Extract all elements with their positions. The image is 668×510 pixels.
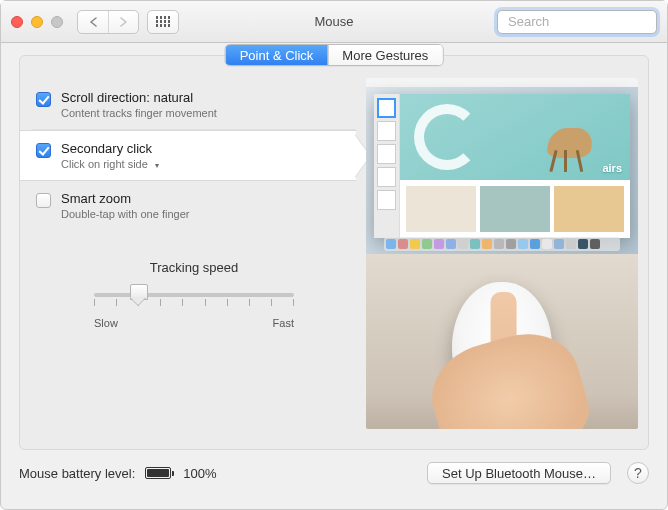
- show-all-button[interactable]: [147, 10, 179, 34]
- tracking-speed-section: Tracking speed Slow Fast: [94, 260, 294, 329]
- battery-percent: 100%: [183, 466, 216, 481]
- slider-knob[interactable]: [130, 284, 146, 304]
- minimize-icon[interactable]: [31, 16, 43, 28]
- tab-bar: Point & Click More Gestures: [225, 44, 444, 66]
- checkbox-scroll-direction[interactable]: [36, 92, 51, 107]
- back-button[interactable]: [78, 11, 108, 33]
- tracking-speed-label: Tracking speed: [94, 260, 294, 275]
- forward-button[interactable]: [108, 11, 138, 33]
- option-subtitle: Content tracks finger movement: [61, 107, 217, 119]
- grid-icon: [156, 16, 171, 27]
- option-subtitle: Click on right side: [61, 158, 148, 170]
- tab-point-and-click[interactable]: Point & Click: [226, 45, 328, 65]
- secondary-click-dropdown[interactable]: Click on right side ▾: [61, 158, 159, 170]
- slider-min-label: Slow: [94, 317, 118, 329]
- footer: Mouse battery level: 100% Set Up Bluetoo…: [1, 450, 667, 496]
- preview-screenshot: airs: [366, 78, 638, 254]
- help-button[interactable]: ?: [627, 462, 649, 484]
- option-smart-zoom[interactable]: Smart zoom Double-tap with one finger: [32, 181, 356, 230]
- checkbox-smart-zoom[interactable]: [36, 193, 51, 208]
- option-title: Smart zoom: [61, 191, 189, 206]
- option-title: Secondary click: [61, 141, 159, 156]
- titlebar: Mouse: [1, 1, 667, 43]
- window-controls: [11, 16, 63, 28]
- tab-more-gestures[interactable]: More Gestures: [327, 45, 442, 65]
- setup-bluetooth-button[interactable]: Set Up Bluetooth Mouse…: [427, 462, 611, 484]
- options-list: Scroll direction: natural Content tracks…: [20, 86, 356, 439]
- gesture-preview: airs: [366, 78, 638, 429]
- option-title: Scroll direction: natural: [61, 90, 217, 105]
- search-field[interactable]: [497, 10, 657, 34]
- search-input[interactable]: [508, 14, 668, 29]
- zoom-icon[interactable]: [51, 16, 63, 28]
- battery-icon: [145, 467, 171, 479]
- preview-hand: [366, 254, 638, 430]
- tracking-speed-slider[interactable]: [94, 283, 294, 307]
- close-icon[interactable]: [11, 16, 23, 28]
- option-scroll-direction[interactable]: Scroll direction: natural Content tracks…: [32, 86, 356, 130]
- nav-back-forward: [77, 10, 139, 34]
- battery-label: Mouse battery level:: [19, 466, 135, 481]
- checkbox-secondary-click[interactable]: [36, 143, 51, 158]
- slider-max-label: Fast: [273, 317, 294, 329]
- option-secondary-click[interactable]: Secondary click Click on right side ▾: [20, 130, 356, 181]
- option-subtitle: Double-tap with one finger: [61, 208, 189, 220]
- chevron-down-icon: ▾: [155, 161, 159, 170]
- preferences-card: Point & Click More Gestures Scroll direc…: [19, 55, 649, 450]
